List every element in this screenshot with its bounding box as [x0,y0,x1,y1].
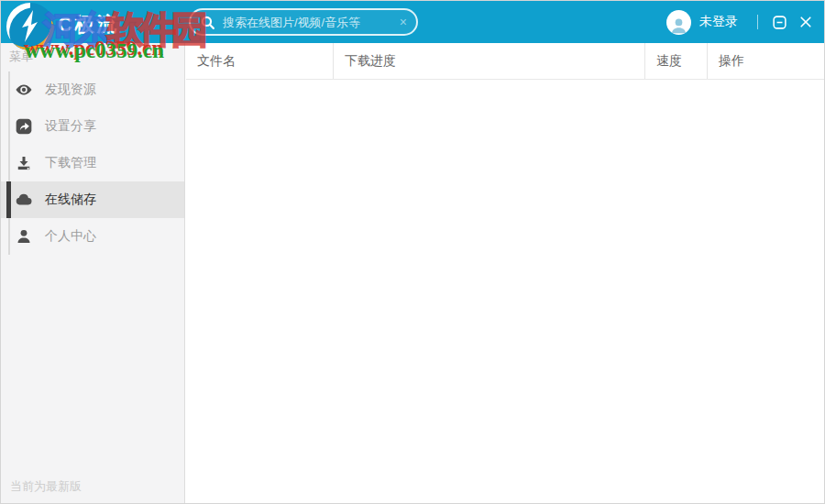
user-silhouette-icon [669,16,688,35]
sidebar-item-discover[interactable]: 发现资源 [1,71,184,108]
table-body-empty [186,81,825,504]
minimize-button[interactable] [770,13,788,31]
app-window: { "logo": { "text": "C极流" }, "watermark"… [0,0,825,504]
main-panel: 文件名 下载进度 速度 操作 [186,43,825,504]
app-logo-icon [6,2,55,51]
version-status: 当前为最新版 [10,478,82,495]
close-button[interactable] [797,13,815,31]
sidebar-item-downloads[interactable]: 下载管理 [1,145,184,181]
sidebar-item-personal-center[interactable]: 个人中心 [1,218,184,255]
column-header-action[interactable]: 操作 [707,43,825,79]
search-box[interactable]: × [189,8,418,36]
user-icon [15,227,33,246]
sidebar-item-label: 下载管理 [45,155,96,171]
sidebar-item-label: 个人中心 [45,228,96,245]
download-icon [15,154,33,172]
sidebar-item-label: 发现资源 [45,82,96,98]
window-controls-divider [757,15,758,29]
avatar[interactable] [666,10,691,35]
search-icon [200,15,215,30]
sidebar-item-share[interactable]: 设置分享 [1,108,184,145]
header-right: 未登录 [666,1,815,43]
cloud-icon [15,191,33,209]
search-input[interactable] [223,16,400,29]
sidebar-nav: 发现资源 设置分享 下载管理 在线储存 [1,71,184,255]
table-header: 文件名 下载进度 速度 操作 [186,43,825,80]
column-header-filename[interactable]: 文件名 [186,43,333,79]
eye-icon [15,81,33,99]
titlebar: × 未登录 [1,1,825,43]
sidebar-item-label: 设置分享 [45,118,96,135]
login-status[interactable]: 未登录 [699,14,738,30]
column-header-progress[interactable]: 下载进度 [333,43,644,79]
app-logo-text: C极流 [58,11,118,38]
sidebar: 菜单 发现资源 设置分享 下载管理 [1,43,185,504]
search-clear-icon[interactable]: × [400,16,407,28]
column-header-speed[interactable]: 速度 [644,43,707,79]
sidebar-item-online-storage[interactable]: 在线储存 [1,181,184,218]
sidebar-item-label: 在线储存 [45,192,96,208]
share-icon [15,117,33,136]
